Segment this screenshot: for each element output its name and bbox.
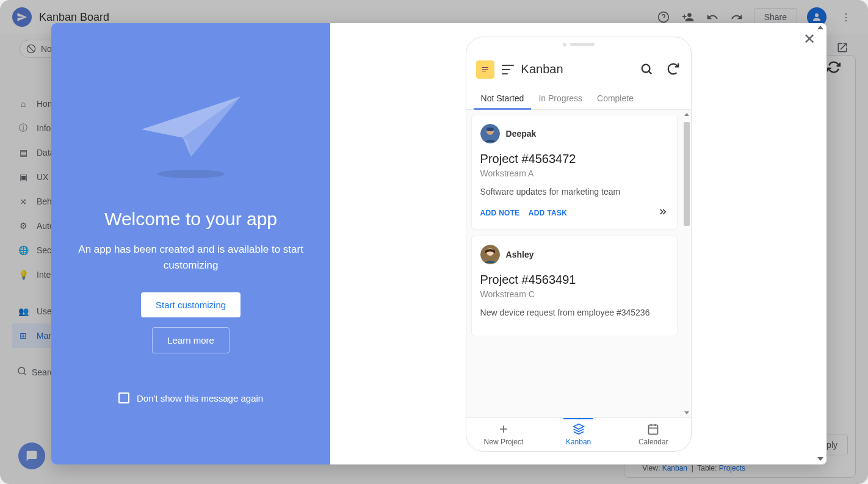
kanban-card[interactable]: Ashley Project #4563491 Workstream C New… — [471, 236, 678, 336]
scroll-thumb[interactable] — [684, 122, 690, 226]
scroll-down-icon[interactable] — [684, 411, 689, 414]
svg-rect-18 — [649, 425, 658, 434]
svg-rect-9 — [482, 71, 486, 71]
start-customizing-button[interactable]: Start customizing — [141, 292, 241, 317]
card-description: Software updates for marketing team — [480, 187, 668, 197]
card-title: Project #4563491 — [480, 273, 668, 287]
phone-bottom-nav: New Project Kanban Calendar — [466, 417, 691, 451]
card-subtitle: Workstream A — [480, 168, 668, 178]
bottom-tab-calendar[interactable]: Calendar — [616, 423, 691, 446]
svg-point-10 — [642, 64, 649, 72]
tab-not-started[interactable]: Not Started — [474, 87, 532, 109]
layers-icon — [573, 423, 585, 435]
phone-scrollbar[interactable] — [684, 112, 691, 415]
plus-icon — [497, 423, 510, 435]
modal-right-panel: ✕ Kanban — [330, 23, 826, 464]
card-description: New device request from employee #345236 — [480, 308, 668, 317]
card-subtitle: Workstream C — [480, 289, 668, 299]
svg-rect-14 — [486, 128, 494, 131]
scroll-down-icon[interactable] — [817, 457, 823, 461]
avatar-icon — [480, 245, 500, 264]
tab-in-progress[interactable]: In Progress — [531, 87, 590, 109]
add-task-link[interactable]: ADD TASK — [529, 209, 568, 217]
refresh-icon[interactable] — [667, 62, 681, 77]
phone-title: Kanban — [521, 62, 632, 76]
card-user: Deepak — [506, 129, 537, 139]
kanban-card[interactable]: Deepak Project #4563472 Workstream A Sof… — [471, 115, 678, 229]
tab-complete[interactable]: Complete — [590, 87, 641, 109]
card-user: Ashley — [506, 250, 534, 259]
svg-line-11 — [648, 71, 651, 74]
search-icon[interactable] — [640, 62, 654, 77]
plane-shadow — [157, 170, 225, 178]
expand-icon[interactable] — [657, 206, 668, 220]
bottom-tab-kanban[interactable]: Kanban — [541, 423, 616, 446]
calendar-icon — [647, 423, 659, 435]
phone-tabs: Not Started In Progress Complete — [466, 87, 691, 110]
card-title: Project #4563472 — [480, 152, 668, 166]
svg-marker-17 — [573, 424, 584, 428]
paper-plane-icon — [136, 84, 246, 164]
learn-more-button[interactable]: Learn more — [152, 327, 230, 353]
modal-scrollbar[interactable] — [816, 26, 825, 462]
svg-rect-8 — [482, 69, 488, 70]
bottom-tab-new-project[interactable]: New Project — [466, 423, 541, 446]
dont-show-again[interactable]: Don't show this message again — [118, 392, 263, 403]
modal-left-panel: Welcome to your app An app has been crea… — [51, 23, 330, 464]
avatar-icon — [480, 124, 500, 143]
modal-title: Welcome to your app — [104, 209, 277, 229]
app-icon — [476, 60, 494, 79]
menu-icon[interactable] — [502, 65, 514, 74]
phone-header: Kanban — [466, 52, 691, 87]
scroll-up-icon[interactable] — [817, 26, 823, 29]
modal-overlay: Welcome to your app An app has been crea… — [0, 0, 868, 484]
checkbox-icon[interactable] — [118, 392, 129, 403]
phone-notch — [466, 37, 691, 52]
phone-preview: Kanban Not Started In Progress Complete — [466, 37, 692, 452]
phone-content: Deepak Project #4563472 Workstream A Sof… — [466, 110, 691, 417]
add-note-link[interactable]: ADD NOTE — [480, 209, 520, 217]
scroll-up-icon[interactable] — [684, 113, 689, 116]
modal-subtitle: An app has been created and is available… — [76, 242, 306, 273]
welcome-modal: Welcome to your app An app has been crea… — [51, 23, 826, 464]
close-button[interactable]: ✕ — [803, 31, 816, 48]
svg-rect-7 — [482, 67, 488, 68]
